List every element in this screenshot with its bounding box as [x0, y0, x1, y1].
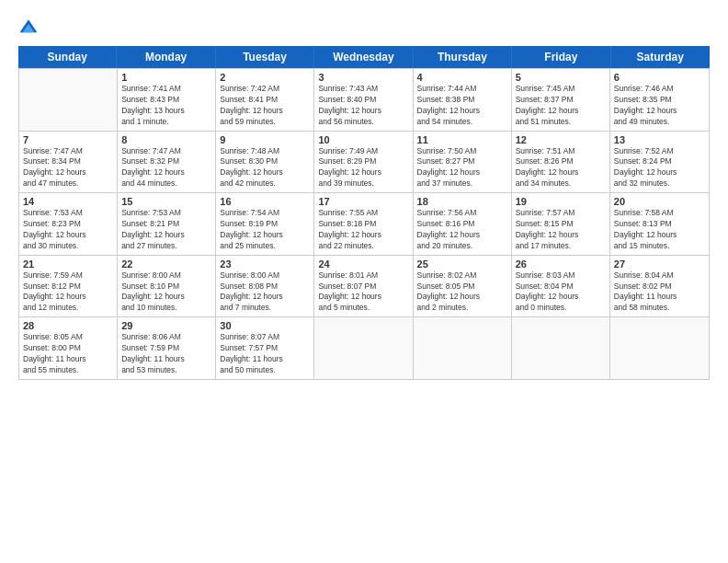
day-number: 19 — [516, 196, 606, 207]
calendar-cell: 13Sunrise: 7:52 AM Sunset: 8:24 PM Dayli… — [610, 132, 709, 193]
day-info: Sunrise: 7:56 AM Sunset: 8:16 PM Dayligh… — [417, 208, 507, 252]
day-number: 16 — [220, 196, 310, 207]
calendar-cell: 14Sunrise: 7:53 AM Sunset: 8:23 PM Dayli… — [19, 193, 118, 255]
day-info: Sunrise: 7:41 AM Sunset: 8:43 PM Dayligh… — [121, 84, 211, 128]
header-day-saturday: Saturday — [611, 46, 710, 68]
calendar-cell: 27Sunrise: 8:04 AM Sunset: 8:02 PM Dayli… — [610, 256, 709, 317]
calendar-cell: 19Sunrise: 7:57 AM Sunset: 8:15 PM Dayli… — [512, 193, 610, 255]
page: SundayMondayTuesdayWednesdayThursdayFrid… — [0, 0, 728, 563]
calendar-cell: 23Sunrise: 8:00 AM Sunset: 8:08 PM Dayli… — [216, 256, 314, 317]
calendar-cell: 21Sunrise: 7:59 AM Sunset: 8:12 PM Dayli… — [19, 256, 118, 317]
day-number: 27 — [614, 259, 705, 270]
calendar-cell: 11Sunrise: 7:50 AM Sunset: 8:27 PM Dayli… — [414, 132, 512, 193]
calendar-cell — [314, 317, 413, 379]
day-number: 3 — [318, 72, 408, 83]
day-info: Sunrise: 8:00 AM Sunset: 8:08 PM Dayligh… — [220, 270, 310, 315]
calendar-cell: 9Sunrise: 7:48 AM Sunset: 8:30 PM Daylig… — [216, 132, 314, 193]
day-info: Sunrise: 8:06 AM Sunset: 7:59 PM Dayligh… — [121, 332, 211, 376]
day-number: 4 — [417, 72, 507, 83]
calendar-cell: 22Sunrise: 8:00 AM Sunset: 8:10 PM Dayli… — [118, 256, 216, 317]
calendar-header: SundayMondayTuesdayWednesdayThursdayFrid… — [18, 46, 710, 68]
day-number: 8 — [121, 134, 211, 145]
day-number: 11 — [417, 134, 507, 145]
header-day-sunday: Sunday — [18, 46, 117, 68]
day-info: Sunrise: 7:48 AM Sunset: 8:30 PM Dayligh… — [220, 146, 310, 190]
day-info: Sunrise: 7:55 AM Sunset: 8:18 PM Dayligh… — [318, 208, 408, 252]
header-day-wednesday: Wednesday — [314, 46, 413, 68]
day-number: 7 — [23, 134, 113, 145]
calendar-cell: 6Sunrise: 7:46 AM Sunset: 8:35 PM Daylig… — [610, 69, 709, 131]
day-number: 28 — [23, 320, 113, 331]
calendar-cell: 1Sunrise: 7:41 AM Sunset: 8:43 PM Daylig… — [118, 69, 216, 131]
day-number: 12 — [516, 134, 606, 145]
day-info: Sunrise: 8:01 AM Sunset: 8:07 PM Dayligh… — [318, 270, 408, 315]
day-info: Sunrise: 7:53 AM Sunset: 8:21 PM Dayligh… — [121, 208, 211, 252]
day-info: Sunrise: 8:02 AM Sunset: 8:05 PM Dayligh… — [417, 270, 507, 315]
header-day-thursday: Thursday — [414, 46, 512, 68]
day-number: 24 — [318, 259, 408, 270]
day-number: 5 — [516, 72, 606, 83]
header-day-monday: Monday — [117, 46, 215, 68]
day-number: 9 — [220, 134, 310, 145]
calendar-cell: 8Sunrise: 7:47 AM Sunset: 8:32 PM Daylig… — [118, 132, 216, 193]
calendar-cell: 7Sunrise: 7:47 AM Sunset: 8:34 PM Daylig… — [19, 132, 118, 193]
day-info: Sunrise: 7:52 AM Sunset: 8:24 PM Dayligh… — [614, 146, 705, 190]
day-info: Sunrise: 7:58 AM Sunset: 8:13 PM Dayligh… — [614, 208, 705, 252]
day-info: Sunrise: 8:03 AM Sunset: 8:04 PM Dayligh… — [516, 270, 606, 315]
day-info: Sunrise: 8:05 AM Sunset: 8:00 PM Dayligh… — [23, 332, 113, 376]
day-info: Sunrise: 7:54 AM Sunset: 8:19 PM Dayligh… — [220, 208, 310, 252]
day-info: Sunrise: 7:42 AM Sunset: 8:41 PM Dayligh… — [220, 84, 310, 128]
calendar-week-4: 21Sunrise: 7:59 AM Sunset: 8:12 PM Dayli… — [19, 256, 709, 318]
calendar-cell: 4Sunrise: 7:44 AM Sunset: 8:38 PM Daylig… — [414, 69, 512, 131]
day-info: Sunrise: 7:57 AM Sunset: 8:15 PM Dayligh… — [516, 208, 606, 252]
calendar-cell: 24Sunrise: 8:01 AM Sunset: 8:07 PM Dayli… — [314, 256, 413, 317]
day-info: Sunrise: 7:50 AM Sunset: 8:27 PM Dayligh… — [417, 146, 507, 190]
day-info: Sunrise: 7:44 AM Sunset: 8:38 PM Dayligh… — [417, 84, 507, 128]
day-number: 22 — [121, 259, 211, 270]
day-number: 15 — [121, 196, 211, 207]
calendar-cell: 12Sunrise: 7:51 AM Sunset: 8:26 PM Dayli… — [512, 132, 610, 193]
header-day-tuesday: Tuesday — [216, 46, 314, 68]
day-number: 10 — [318, 134, 408, 145]
logo-icon — [18, 17, 39, 37]
calendar-cell: 2Sunrise: 7:42 AM Sunset: 8:41 PM Daylig… — [216, 69, 314, 131]
calendar-week-2: 7Sunrise: 7:47 AM Sunset: 8:34 PM Daylig… — [19, 132, 709, 194]
calendar: SundayMondayTuesdayWednesdayThursdayFrid… — [18, 46, 710, 552]
day-info: Sunrise: 7:46 AM Sunset: 8:35 PM Dayligh… — [614, 84, 705, 128]
day-info: Sunrise: 7:43 AM Sunset: 8:40 PM Dayligh… — [318, 84, 408, 128]
day-info: Sunrise: 7:47 AM Sunset: 8:32 PM Dayligh… — [121, 146, 211, 190]
calendar-cell — [610, 317, 709, 379]
day-number: 21 — [23, 259, 113, 270]
day-number: 2 — [220, 72, 310, 83]
calendar-cell: 17Sunrise: 7:55 AM Sunset: 8:18 PM Dayli… — [314, 193, 413, 255]
calendar-cell: 15Sunrise: 7:53 AM Sunset: 8:21 PM Dayli… — [118, 193, 216, 255]
calendar-cell — [19, 69, 118, 131]
day-info: Sunrise: 8:04 AM Sunset: 8:02 PM Dayligh… — [614, 270, 705, 315]
day-info: Sunrise: 8:07 AM Sunset: 7:57 PM Dayligh… — [220, 332, 310, 376]
day-number: 13 — [614, 134, 705, 145]
day-number: 20 — [614, 196, 705, 207]
day-info: Sunrise: 7:49 AM Sunset: 8:29 PM Dayligh… — [318, 146, 408, 190]
day-number: 18 — [417, 196, 507, 207]
day-number: 1 — [121, 72, 211, 83]
calendar-week-3: 14Sunrise: 7:53 AM Sunset: 8:23 PM Dayli… — [19, 193, 709, 256]
calendar-cell: 10Sunrise: 7:49 AM Sunset: 8:29 PM Dayli… — [314, 132, 413, 193]
day-number: 26 — [516, 259, 606, 270]
day-info: Sunrise: 7:53 AM Sunset: 8:23 PM Dayligh… — [23, 208, 113, 252]
day-info: Sunrise: 7:47 AM Sunset: 8:34 PM Dayligh… — [23, 146, 113, 190]
calendar-cell: 18Sunrise: 7:56 AM Sunset: 8:16 PM Dayli… — [414, 193, 512, 255]
calendar-cell: 29Sunrise: 8:06 AM Sunset: 7:59 PM Dayli… — [118, 317, 216, 379]
calendar-cell — [414, 317, 512, 379]
calendar-week-5: 28Sunrise: 8:05 AM Sunset: 8:00 PM Dayli… — [19, 317, 709, 379]
header — [18, 17, 710, 37]
header-day-friday: Friday — [512, 46, 610, 68]
calendar-cell: 25Sunrise: 8:02 AM Sunset: 8:05 PM Dayli… — [414, 256, 512, 317]
calendar-cell: 20Sunrise: 7:58 AM Sunset: 8:13 PM Dayli… — [610, 193, 709, 255]
calendar-cell — [512, 317, 610, 379]
day-number: 14 — [23, 196, 113, 207]
calendar-cell: 5Sunrise: 7:45 AM Sunset: 8:37 PM Daylig… — [512, 69, 610, 131]
logo — [18, 17, 42, 37]
day-number: 29 — [121, 320, 211, 331]
day-info: Sunrise: 7:45 AM Sunset: 8:37 PM Dayligh… — [516, 84, 606, 128]
calendar-cell: 16Sunrise: 7:54 AM Sunset: 8:19 PM Dayli… — [216, 193, 314, 255]
